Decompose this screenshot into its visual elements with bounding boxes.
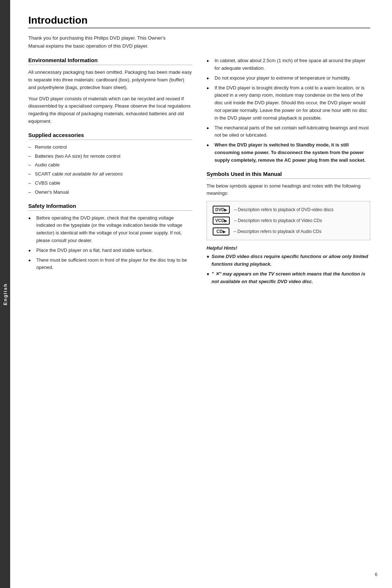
symbol-row-dvd: DVD▶ – Description refers to playback of… (213, 206, 364, 214)
symbols-description: The below symbols appear in some heading… (207, 182, 370, 198)
symbols-box: DVD▶ – Description refers to playback of… (207, 201, 370, 240)
right-bullets-list: In cabinet, allow about 2.5cm (1 inch) o… (207, 57, 370, 164)
list-item: In cabinet, allow about 2.5cm (1 inch) o… (207, 57, 370, 72)
left-column: Environmental Information All unnecessar… (28, 57, 192, 287)
hint-item-1: ● Some DVD video discs require specific … (207, 253, 370, 268)
cd-desc: – Description refers to playback of Audi… (234, 229, 321, 234)
list-item: CVBS cable (28, 180, 192, 187)
list-item: Batteries (two AA size) for remote contr… (28, 153, 192, 160)
symbol-row-cd: CD▶ – Description refers to playback of … (213, 227, 364, 235)
side-tab-label: English (3, 283, 8, 305)
supplied-list: Remote control Batteries (two AA size) f… (28, 144, 192, 196)
page-container: English Introduction Thank you for purch… (0, 0, 392, 588)
list-item: SCART cable not available for all versio… (28, 170, 192, 178)
helpful-hints-section: Helpful Hints! ● Some DVD video discs re… (207, 245, 370, 285)
hint-bullet-dot-2: ● (207, 270, 209, 286)
main-content: Introduction Thank you for purchasing th… (10, 0, 392, 588)
section-safety-heading: Safety Information (28, 203, 192, 211)
vcd-badge: VCD▶ (213, 217, 230, 225)
list-item: Audio cable (28, 161, 192, 169)
side-tab: English (0, 0, 10, 588)
list-item: Do not expose your player to extreme of … (207, 74, 370, 82)
list-item: Before operating the DVD player, check t… (28, 214, 192, 245)
symbol-row-vcd: VCD▶ – Description refers to playback of… (213, 217, 364, 225)
dvd-badge: DVD▶ (213, 206, 230, 214)
cd-badge: CD▶ (213, 227, 229, 235)
section-environmental-heading: Environmental Information (28, 57, 192, 65)
page-number: 6 (375, 572, 377, 577)
dvd-desc: – Description refers to playback of DVD-… (234, 207, 333, 212)
list-item: The mechanical parts of the set contain … (207, 124, 370, 140)
safety-list: Before operating the DVD player, check t… (28, 214, 192, 272)
list-item: If the DVD player is brought directly fr… (207, 84, 370, 122)
list-item: Remote control (28, 144, 192, 151)
vcd-desc: – Description refers to playback of Vide… (234, 218, 322, 223)
list-item-bold: When the DVD player is switched to Stand… (207, 141, 370, 164)
environmental-para-2: Your DVD player consists of materials wh… (28, 95, 192, 125)
helpful-hints-body: ● Some DVD video discs require specific … (207, 253, 370, 285)
section-symbols-heading: Symbols Used in this Manual (207, 171, 370, 179)
hint-item-2: ● " ✕" may appears on the TV screen whic… (207, 270, 370, 286)
section-supplied-heading: Supplied accessories (28, 132, 192, 140)
helpful-hints-heading: Helpful Hints! (207, 245, 370, 251)
intro-paragraph: Thank you for purchasing this Philips DV… (28, 34, 181, 50)
list-item: There must be sufficient room in front o… (28, 257, 192, 272)
hint-text-1: Some DVD video discs require specific fu… (212, 253, 370, 268)
list-item: Place the DVD player on a flat, hard and… (28, 247, 192, 254)
two-column-layout: Environmental Information All unnecessar… (28, 57, 370, 287)
right-column: In cabinet, allow about 2.5cm (1 inch) o… (207, 57, 370, 287)
hint-text-2: " ✕" may appears on the TV screen which … (212, 270, 370, 286)
page-title: Introduction (28, 15, 370, 28)
hint-bullet-dot: ● (207, 253, 209, 268)
list-item: Owner's Manual (28, 189, 192, 196)
environmental-para-1: All unnecessary packaging has been omitt… (28, 69, 192, 91)
